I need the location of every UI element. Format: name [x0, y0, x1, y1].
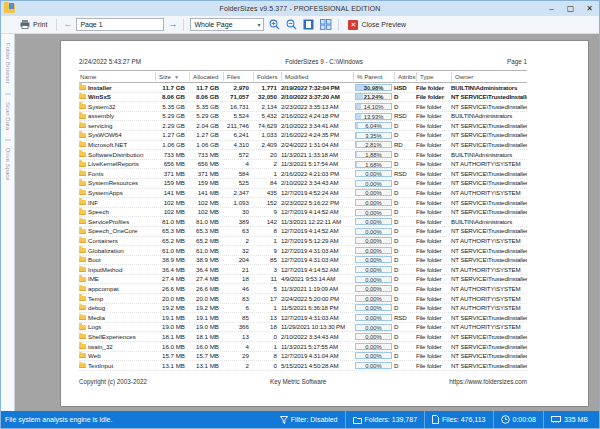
cell-modified: 2/16/2022 4:24:35 PM	[281, 130, 353, 140]
cell-type: File folder	[416, 207, 451, 217]
previous-page-button[interactable]: ←	[63, 20, 72, 29]
folder-icon	[79, 123, 86, 128]
cell-type: File folder	[416, 111, 451, 121]
folder-name: servicing	[88, 121, 112, 131]
cell-type: File folder	[416, 332, 451, 342]
memory-icon	[551, 416, 561, 423]
cell-percent-parent: 1.88%	[353, 151, 394, 158]
cell-type: File folder	[416, 274, 451, 284]
cell-modified: 2/10/2022 3:34:43 AM	[281, 178, 353, 188]
folder-icon	[79, 344, 86, 349]
multiple-pages-view-button[interactable]	[319, 18, 332, 31]
folder-name: ShellExperiences	[88, 332, 136, 342]
cell-size: 18.1 MB	[155, 332, 189, 342]
cell-type: File folder	[416, 188, 451, 198]
cell-size: 65.3 MB	[155, 226, 189, 236]
cell-owner: NT SERVICE\TrustedInstaller	[451, 342, 527, 352]
cell-owner: NT SERVICE\TrustedInstaller	[451, 130, 527, 140]
cell-folders: 1	[253, 236, 281, 246]
cell-folders: 8	[253, 351, 281, 361]
folder-name: InputMethod	[88, 265, 122, 275]
cell-folders: 3	[253, 265, 281, 275]
percent-bar: 0.00%	[355, 209, 392, 216]
percent-value: 0.00%	[356, 344, 391, 350]
percent-value: 2.81%	[356, 142, 391, 148]
cell-files: 1,093	[223, 198, 253, 208]
cell-folders: 18	[253, 322, 281, 332]
cell-folders: 9	[253, 207, 281, 217]
cell-files: 4	[223, 342, 253, 352]
cell-allocated: 8.06 GB	[189, 92, 223, 102]
page-number-input[interactable]	[76, 18, 164, 31]
window-title: FolderSizes v9.5.377 - PROFESSIONAL EDIT…	[1, 5, 599, 12]
cell-name: Speech	[79, 207, 155, 217]
cell-name: servicing	[79, 121, 155, 131]
cell-modified: 11/3/2021 1:33:18 AM	[281, 150, 353, 160]
column-header-allocated: Allocated	[189, 72, 223, 81]
cell-percent-parent: 0.00%	[353, 228, 394, 235]
cell-type: File folder	[416, 169, 451, 179]
close-button[interactable]: ✕	[580, 1, 599, 16]
cell-size: 20.0 MB	[155, 294, 189, 304]
cell-size: 656 MB	[155, 159, 189, 169]
print-button[interactable]: Print	[17, 19, 50, 30]
cell-type: File folder	[416, 303, 451, 313]
percent-bar: 0.00%	[355, 189, 392, 196]
cell-allocated: 2.04 GB	[189, 121, 223, 131]
cell-type: File folder	[416, 198, 451, 208]
cell-size: 19.0 MB	[155, 322, 189, 332]
percent-bar: 14.10%	[355, 103, 392, 110]
maximize-button[interactable]: ▢	[561, 1, 580, 16]
cell-owner: NT SERVICE\TrustedInstaller	[451, 226, 527, 236]
cell-modified: 12/7/2019 5:12:29 AM	[281, 236, 353, 246]
single-page-view-button[interactable]	[302, 18, 315, 31]
zoom-in-button[interactable]	[268, 18, 281, 31]
title-bar: FolderSizes v9.5.377 - PROFESSIONAL EDIT…	[1, 1, 599, 16]
cell-attribs: D	[394, 159, 416, 169]
zoom-out-button[interactable]	[285, 18, 298, 31]
percent-value: 1.88%	[356, 152, 391, 158]
cell-percent-parent: 21.24%	[353, 93, 394, 100]
minimize-button[interactable]: –	[542, 1, 561, 16]
tab-folder-browser[interactable]: Folder Browser	[5, 36, 11, 91]
close-preview-button[interactable]: ✕ Close Preview	[345, 19, 409, 31]
percent-bar: 13.93%	[355, 113, 392, 120]
report-date: 2/24/2022 5:43:27 PM	[79, 58, 141, 65]
cell-allocated: 15.7 MB	[189, 351, 223, 361]
cell-type: File folder	[416, 217, 451, 227]
cell-size: 5.29 GB	[155, 111, 189, 121]
folder-icon	[79, 277, 86, 282]
toolbar-separator	[183, 19, 184, 31]
cell-name: Microsoft.NET	[79, 140, 155, 150]
folder-name: Speech	[88, 207, 109, 217]
zoom-level-select[interactable]: Whole Page ▾	[190, 18, 264, 31]
folder-icon	[79, 200, 86, 205]
cell-attribs: D	[394, 207, 416, 217]
cell-allocated: 1.06 GB	[189, 140, 223, 150]
tab-drive-space[interactable]: Drive Space	[5, 139, 11, 188]
cell-attribs: D	[394, 322, 416, 332]
cell-name: SysWOW64	[79, 130, 155, 140]
tab-scan-data[interactable]: Scan Data	[5, 93, 11, 137]
next-page-button[interactable]: →	[168, 20, 177, 29]
chevron-down-icon: ▾	[257, 21, 260, 28]
status-message: File system analysis engine is idle.	[5, 416, 112, 423]
table-header-row: Name Size▼ Allocated Files Folders Modif…	[79, 70, 527, 83]
cell-type: File folder	[416, 342, 451, 352]
column-header-folders: Folders	[253, 72, 281, 81]
cell-name: System32	[79, 102, 155, 112]
memory-usage-label: 335 MB	[564, 416, 588, 423]
cell-name: Media	[79, 313, 155, 323]
percent-bar: 1.88%	[355, 151, 392, 158]
cell-folders: 32,050	[253, 92, 281, 102]
percent-value: 0.00%	[356, 334, 391, 340]
cell-modified: 2/16/2022 4:21:03 PM	[281, 169, 353, 179]
cell-modified: 11/3/2021 5:17:55 AM	[281, 342, 353, 352]
percent-value: 13.93%	[356, 114, 391, 120]
folder-icon	[79, 257, 86, 262]
cell-name: twain_32	[79, 342, 155, 352]
cell-allocated: 38.9 MB	[189, 255, 223, 265]
cell-owner: NT SERVICE\TrustedInstaller	[451, 178, 527, 188]
filter-status: Filter: Disabled	[273, 411, 345, 428]
folder-name: LiveKernelReports	[88, 159, 139, 169]
